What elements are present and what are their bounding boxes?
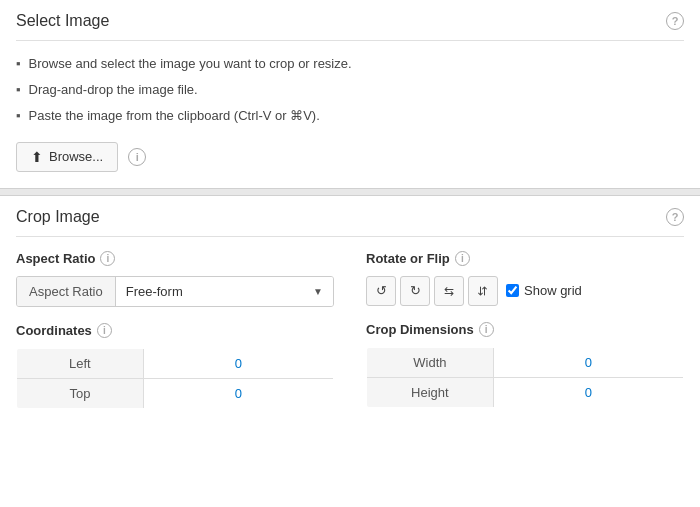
- rotate-flip-info-icon[interactable]: i: [455, 251, 470, 266]
- show-grid-checkbox[interactable]: [506, 284, 519, 297]
- crop-dimensions-label: Crop Dimensions i: [366, 322, 684, 337]
- rotate-cw-button[interactable]: ↻: [400, 276, 430, 306]
- dim-width-label: Width: [367, 347, 494, 377]
- rotate-cw-icon: ↻: [410, 283, 421, 298]
- table-row: Height 0: [367, 377, 684, 407]
- table-row: Width 0: [367, 347, 684, 377]
- instruction-paste: Paste the image from the clipboard (Ctrl…: [16, 107, 684, 125]
- crop-image-header: Crop Image ?: [16, 208, 684, 237]
- select-image-section: Select Image ? Browse and select the ima…: [0, 0, 700, 188]
- crop-columns: Aspect Ratio i Aspect Ratio Free-form ▼ …: [16, 251, 684, 409]
- crop-image-help-icon[interactable]: ?: [666, 208, 684, 226]
- flip-horizontal-button[interactable]: ⇆: [434, 276, 464, 306]
- aspect-ratio-cell-label: Aspect Ratio: [17, 277, 116, 306]
- aspect-ratio-info-icon[interactable]: i: [100, 251, 115, 266]
- coordinates-info-icon[interactable]: i: [97, 323, 112, 338]
- dim-width-value: 0: [493, 347, 683, 377]
- select-image-header: Select Image ?: [16, 12, 684, 41]
- coordinates-table: Left 0 Top 0: [16, 348, 334, 409]
- crop-dimensions-info-icon[interactable]: i: [479, 322, 494, 337]
- coord-top-label: Top: [17, 378, 144, 408]
- section-divider: [0, 188, 700, 196]
- coord-left-value: 0: [143, 348, 333, 378]
- rotate-flip-label: Rotate or Flip i: [366, 251, 684, 266]
- flip-vertical-button[interactable]: ⇆: [468, 276, 498, 306]
- coord-top-value: 0: [143, 378, 333, 408]
- aspect-ratio-value: Free-form: [126, 284, 183, 299]
- dropdown-arrow-icon: ▼: [313, 286, 323, 297]
- flip-v-icon: ⇆: [476, 286, 490, 296]
- left-column: Aspect Ratio i Aspect Ratio Free-form ▼ …: [16, 251, 334, 409]
- aspect-ratio-label: Aspect Ratio i: [16, 251, 334, 266]
- instruction-drag: Drag-and-drop the image file.: [16, 81, 684, 99]
- browse-row: ⬆ Browse... i: [16, 142, 684, 172]
- right-column: Rotate or Flip i ↺ ↻ ⇆ ⇆ Show grid: [366, 251, 684, 409]
- dim-height-value: 0: [493, 377, 683, 407]
- coordinates-label: Coordinates i: [16, 323, 334, 338]
- table-row: Left 0: [17, 348, 334, 378]
- select-image-help-icon[interactable]: ?: [666, 12, 684, 30]
- browse-button[interactable]: ⬆ Browse...: [16, 142, 118, 172]
- crop-dimensions-table: Width 0 Height 0: [366, 347, 684, 408]
- dim-height-label: Height: [367, 377, 494, 407]
- rotate-flip-row: ↺ ↻ ⇆ ⇆ Show grid: [366, 276, 684, 306]
- select-image-title: Select Image: [16, 12, 109, 30]
- browse-info-icon[interactable]: i: [128, 148, 146, 166]
- show-grid-label[interactable]: Show grid: [506, 283, 582, 298]
- aspect-ratio-row: Aspect Ratio Free-form ▼: [16, 276, 334, 307]
- instruction-browse: Browse and select the image you want to …: [16, 55, 684, 73]
- upload-icon: ⬆: [31, 149, 43, 165]
- table-row: Top 0: [17, 378, 334, 408]
- flip-h-icon: ⇆: [444, 284, 454, 298]
- coord-left-label: Left: [17, 348, 144, 378]
- crop-image-title: Crop Image: [16, 208, 100, 226]
- crop-image-section: Crop Image ? Aspect Ratio i Aspect Ratio…: [0, 196, 700, 425]
- select-image-instructions: Browse and select the image you want to …: [16, 55, 684, 126]
- rotate-ccw-icon: ↺: [376, 283, 387, 298]
- aspect-ratio-select[interactable]: Free-form ▼: [116, 277, 333, 306]
- rotate-ccw-button[interactable]: ↺: [366, 276, 396, 306]
